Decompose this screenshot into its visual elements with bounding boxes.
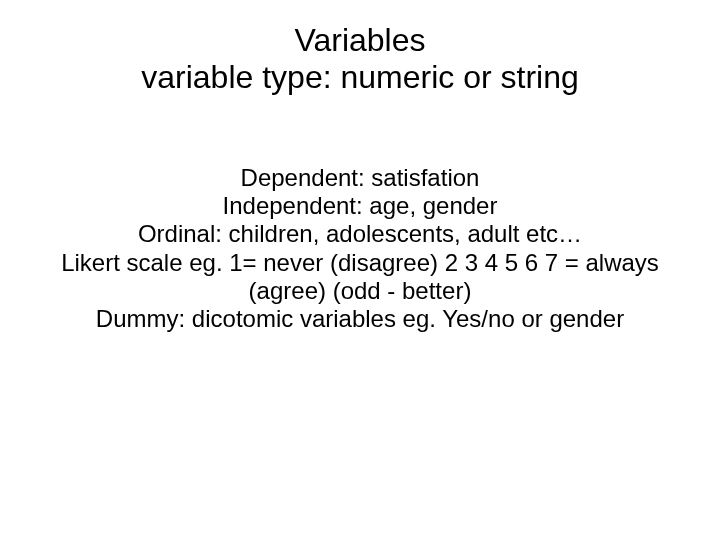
title-line-1: Variables	[50, 22, 670, 59]
slide-body: Dependent: satisfation Independent: age,…	[50, 164, 670, 334]
body-line-4: Likert scale eg. 1= never (disagree) 2 3…	[50, 249, 670, 306]
body-line-1: Dependent: satisfation	[50, 164, 670, 192]
slide-title: Variables variable type: numeric or stri…	[50, 22, 670, 96]
body-line-3: Ordinal: children, adolescents, adult et…	[50, 220, 670, 248]
title-line-2: variable type: numeric or string	[50, 59, 670, 96]
body-line-2: Independent: age, gender	[50, 192, 670, 220]
body-line-5: Dummy: dicotomic variables eg. Yes/no or…	[50, 305, 670, 333]
slide: Variables variable type: numeric or stri…	[0, 0, 720, 540]
